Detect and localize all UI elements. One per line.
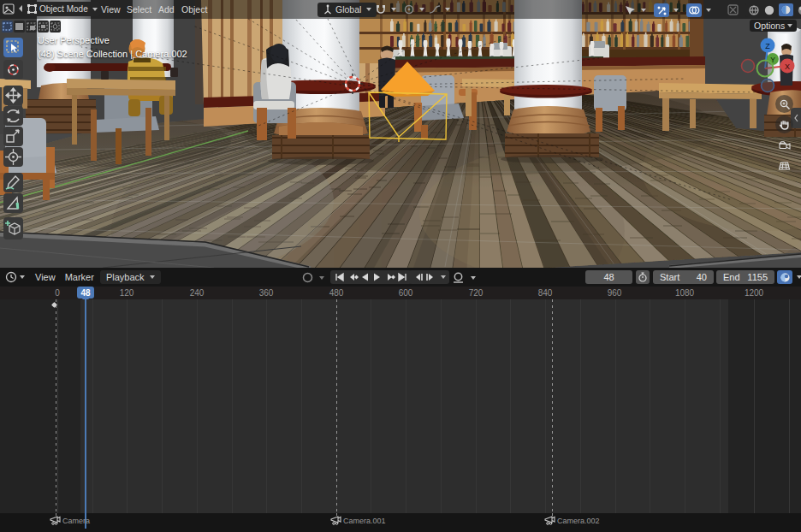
- svg-text:X: X: [785, 62, 790, 71]
- svg-text:Z: Z: [765, 42, 770, 50]
